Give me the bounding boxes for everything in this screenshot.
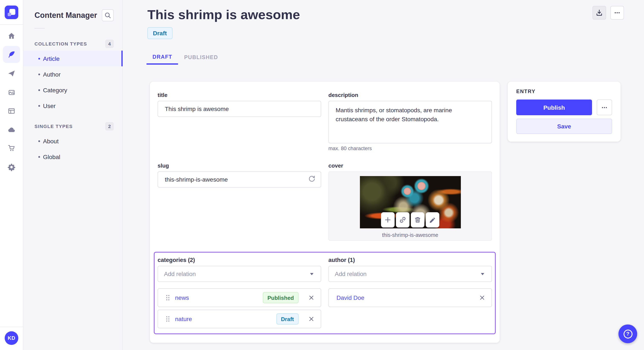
author-relation-combobox[interactable]: Add relation <box>328 266 492 282</box>
cover-label: cover <box>328 163 492 169</box>
collection-types-label: COLLECTION TYPES <box>34 41 87 46</box>
tab-draft[interactable]: DRAFT <box>146 50 178 65</box>
relation-link[interactable]: nature <box>175 316 276 322</box>
slug-value: this-shrimp-is-awesome <box>165 176 228 183</box>
author-placeholder: Add relation <box>335 270 480 277</box>
delete-media-button[interactable] <box>411 212 424 227</box>
more-horizontal-icon <box>600 104 608 111</box>
drag-handle-icon[interactable] <box>166 316 170 322</box>
sidebar-item-label: Category <box>43 87 67 93</box>
sidebar-item-article[interactable]: Article <box>24 51 122 66</box>
field-slug: slug this-shrimp-is-awesome <box>158 163 321 241</box>
slug-input[interactable]: this-shrimp-is-awesome <box>158 172 321 187</box>
rail-bottom-divider <box>0 327 23 327</box>
sidebar-item-category[interactable]: Category <box>24 82 122 98</box>
tab-bar: DRAFT PUBLISHED <box>146 50 644 65</box>
trash-icon <box>413 216 422 224</box>
title-input[interactable]: This shrimp is awesome <box>158 101 321 117</box>
sidebar-item-label: Global <box>43 153 60 160</box>
sidebar-item-about[interactable]: About <box>24 133 122 149</box>
copy-link-button[interactable] <box>396 212 410 227</box>
entry-form-card: title This shrimp is awesome description… <box>150 82 500 343</box>
add-media-button[interactable] <box>381 212 394 227</box>
description-label: description <box>328 92 492 98</box>
sidebar-item-label: Author <box>43 71 61 78</box>
publish-button[interactable]: Publish <box>516 100 592 115</box>
page-title: This shrimp is awesome <box>147 7 644 23</box>
published-badge: Published <box>263 292 298 303</box>
content-row: title This shrimp is awesome description… <box>150 82 644 343</box>
cover-actions <box>381 212 439 227</box>
search-button[interactable] <box>102 9 114 21</box>
relation-item-nature: nature Draft <box>158 310 321 328</box>
remove-relation-button[interactable] <box>479 294 486 301</box>
sidebar-item-global[interactable]: Global <box>24 149 122 165</box>
close-icon <box>308 294 315 301</box>
bullet-icon <box>38 58 40 59</box>
field-categories: categories (2) Add relation <box>158 254 321 328</box>
relation-item-david-doe: David Doe <box>328 288 492 307</box>
sidebar-title: Content Manager <box>34 11 97 20</box>
edit-media-button[interactable] <box>426 212 439 227</box>
sidebar-item-label: Article <box>43 55 60 62</box>
relation-link[interactable]: David Doe <box>336 294 469 301</box>
refresh-icon <box>308 175 316 183</box>
chevron-down-icon <box>480 271 486 277</box>
categories-label: categories (2) <box>158 257 321 263</box>
strapi-logo-icon[interactable] <box>5 5 18 19</box>
remove-relation-button[interactable] <box>308 294 315 301</box>
help-button[interactable]: ? <box>618 325 637 343</box>
description-hint: max. 80 characters <box>328 146 492 151</box>
remove-relation-button[interactable] <box>308 316 315 322</box>
sidebar-item-label: About <box>43 138 58 144</box>
search-icon <box>104 11 112 19</box>
sidebar-divider <box>34 28 45 28</box>
title-label: title <box>158 92 321 98</box>
layout-builder-icon[interactable] <box>3 103 20 120</box>
send-plane-icon[interactable] <box>3 65 20 82</box>
entry-panel: ENTRY Publish Save <box>508 82 620 142</box>
entry-panel-title: ENTRY <box>516 88 612 94</box>
sidebar-item-author[interactable]: Author <box>24 66 122 82</box>
logo-shape-small <box>8 13 11 16</box>
cloud-icon[interactable] <box>3 121 20 138</box>
marketplace-cart-icon[interactable] <box>3 140 20 157</box>
tab-published[interactable]: PUBLISHED <box>178 50 224 65</box>
settings-gear-icon[interactable] <box>3 159 20 176</box>
field-description: description Mantis shrimps, or stomatopo… <box>328 92 492 151</box>
close-icon <box>308 316 315 322</box>
link-icon <box>398 216 407 224</box>
description-textarea[interactable]: Mantis shrimps, or stomatopods, are mari… <box>328 101 492 143</box>
relation-link[interactable]: news <box>175 294 263 301</box>
user-avatar[interactable]: KD <box>5 331 18 345</box>
categories-relation-combobox[interactable]: Add relation <box>158 266 321 282</box>
single-types-list: About Global <box>24 133 122 165</box>
pencil-icon <box>428 216 437 224</box>
categories-placeholder: Add relation <box>164 270 309 277</box>
author-label: author (1) <box>328 257 492 263</box>
chevron-down-icon <box>309 271 315 277</box>
bullet-icon <box>38 156 40 158</box>
field-title: title This shrimp is awesome <box>158 92 321 151</box>
media-library-icon[interactable] <box>3 84 20 101</box>
app: KD Content Manager COLLECTION TYPES 4 Ar… <box>0 0 644 350</box>
draft-badge: Draft <box>276 313 298 325</box>
single-types-label: SINGLE TYPES <box>34 124 72 129</box>
regenerate-slug-button[interactable] <box>308 175 316 184</box>
entry-more-button[interactable] <box>597 100 612 115</box>
content-manager-feather-icon[interactable] <box>3 46 20 63</box>
collection-types-list: Article Author Category User <box>24 51 122 114</box>
drag-handle-icon[interactable] <box>166 294 170 301</box>
slug-label: slug <box>158 163 321 169</box>
single-types-count: 2 <box>105 122 114 131</box>
content-manager-sidebar: Content Manager COLLECTION TYPES 4 Artic… <box>24 0 123 350</box>
nav-rail: KD <box>0 0 24 350</box>
save-button[interactable]: Save <box>516 119 612 134</box>
status-badge: Draft <box>147 27 172 39</box>
home-icon[interactable] <box>3 28 20 45</box>
question-mark-icon: ? <box>623 329 632 338</box>
bullet-icon <box>38 140 40 142</box>
sidebar-item-user[interactable]: User <box>24 98 122 114</box>
single-types-header: SINGLE TYPES 2 <box>24 122 122 131</box>
relation-item-news: news Published <box>158 288 321 307</box>
